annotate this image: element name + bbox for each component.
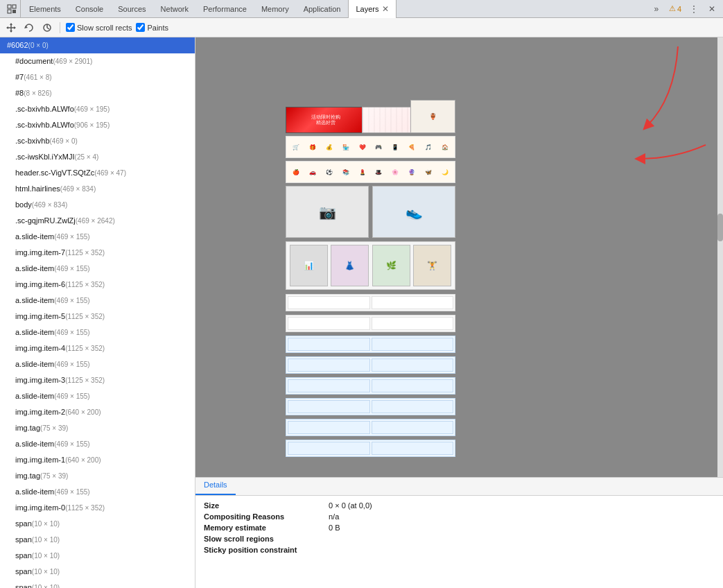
size-value: 0 × 0 (at 0,0) bbox=[329, 501, 372, 510]
layer-item-label: a.slide-item bbox=[15, 392, 54, 400]
layer-item[interactable]: img.img.item-2(640 × 200) bbox=[0, 404, 195, 420]
right-panel: 活动限时抢购精选好货 🏺 🛒🎁💰🏪❤️ 🎮📱🍕🎵🏠 bbox=[195, 37, 723, 588]
layer-item[interactable]: img.img.item-0(1125 × 352) bbox=[0, 500, 195, 516]
scrollbar-thumb[interactable] bbox=[717, 214, 723, 241]
layer-item[interactable]: #7(461 × 8) bbox=[0, 69, 195, 85]
devtools-icon bbox=[3, 0, 21, 18]
layer-item-label: img.img.item-1 bbox=[15, 456, 65, 464]
tab-bar: Elements Console Sources Network Perform… bbox=[0, 0, 723, 18]
layer-item[interactable]: html.hairlines(469 × 834) bbox=[0, 181, 195, 197]
compositing-value: n/a bbox=[329, 512, 339, 521]
layer-item-dim: (469 × 0) bbox=[50, 137, 78, 145]
layer-item[interactable]: a.slide-item(469 × 155) bbox=[0, 436, 195, 452]
memory-row: Memory estimate 0 B bbox=[204, 524, 715, 532]
svg-rect-1 bbox=[12, 5, 16, 8]
paints-checkbox[interactable]: Paints bbox=[136, 23, 168, 32]
layer-item[interactable]: span(10 × 10) bbox=[0, 548, 195, 564]
layer-item-dim: (469 × 155) bbox=[54, 440, 89, 448]
layer-item-dim: (469 × 2642) bbox=[76, 217, 115, 225]
layer-item-dim: (469 × 155) bbox=[54, 392, 89, 400]
layer-item[interactable]: span(10 × 10) bbox=[0, 532, 195, 548]
close-devtools-button[interactable]: ✕ bbox=[704, 1, 720, 17]
toolbar-separator bbox=[60, 22, 60, 33]
tab-performance[interactable]: Performance bbox=[196, 0, 254, 18]
svg-line-11 bbox=[47, 28, 49, 29]
layer-item[interactable]: #document(469 × 2901) bbox=[0, 53, 195, 69]
reset-view-button[interactable] bbox=[40, 21, 54, 35]
layer-item[interactable]: .sc-bxivhb.ALWfo(906 × 195) bbox=[0, 117, 195, 133]
more-tabs-button[interactable]: » bbox=[648, 1, 665, 17]
slow-scroll-rects-checkbox[interactable]: Slow scroll rects bbox=[66, 23, 132, 32]
layer-item[interactable]: img.img.item-4(1125 × 352) bbox=[0, 340, 195, 356]
tab-network[interactable]: Network bbox=[154, 0, 196, 18]
layer-item[interactable]: header.sc-VigVT.SQtZc(469 × 47) bbox=[0, 165, 195, 181]
layer-list[interactable]: #6062(0 × 0)#document(469 × 2901)#7(461 … bbox=[0, 37, 195, 588]
layer-item[interactable]: .sc-gqjmRU.ZwlZj(469 × 2642) bbox=[0, 213, 195, 229]
details-tab[interactable]: Details bbox=[195, 478, 236, 495]
layer-item[interactable]: a.slide-item(469 × 155) bbox=[0, 229, 195, 245]
more-options-button[interactable]: ⋮ bbox=[686, 1, 702, 17]
tab-bar-right: » ⚠ 4 ⋮ ✕ bbox=[648, 1, 720, 17]
slow-scroll-row: Slow scroll regions bbox=[204, 535, 715, 543]
tab-elements[interactable]: Elements bbox=[22, 0, 69, 18]
svg-marker-7 bbox=[14, 26, 16, 29]
layer-item-dim: (10 × 10) bbox=[32, 568, 60, 576]
canvas-scrollbar[interactable] bbox=[717, 37, 723, 477]
memory-value: 0 B bbox=[329, 524, 340, 532]
layer-item-label: img.img.item-5 bbox=[15, 312, 65, 320]
layer-item[interactable]: img.img.item-7(1125 × 352) bbox=[0, 245, 195, 261]
pan-tool-button[interactable] bbox=[4, 21, 18, 35]
layer-item[interactable]: #8(8 × 826) bbox=[0, 85, 195, 101]
layer-item[interactable]: a.slide-item(469 × 155) bbox=[0, 388, 195, 404]
layer-item[interactable]: a.slide-item(469 × 155) bbox=[0, 325, 195, 340]
layer-item-label: #7 bbox=[15, 73, 24, 81]
layer-item-label: a.slide-item bbox=[15, 328, 54, 336]
tab-console[interactable]: Console bbox=[69, 0, 111, 18]
arrow2 bbox=[619, 138, 709, 180]
canvas-area[interactable]: 活动限时抢购精选好货 🏺 🛒🎁💰🏪❤️ 🎮📱🍕🎵🏠 bbox=[195, 37, 723, 477]
layer-item[interactable]: img.img.item-1(640 × 200) bbox=[0, 452, 195, 468]
toolbar: Slow scroll rects Paints bbox=[0, 18, 723, 37]
layer-item[interactable]: #6062(0 × 0) bbox=[0, 37, 195, 53]
memory-label: Memory estimate bbox=[204, 524, 329, 532]
tab-layers[interactable]: Layers ✕ bbox=[348, 0, 396, 18]
svg-marker-6 bbox=[6, 26, 8, 29]
layer-item[interactable]: .sc-bxivhb(469 × 0) bbox=[0, 133, 195, 149]
layer-item-dim: (469 × 155) bbox=[54, 361, 89, 368]
layer-item[interactable]: span(10 × 10) bbox=[0, 564, 195, 580]
layer-item-label: .sc-iwsKbl.iYxMJI bbox=[15, 153, 75, 161]
layer-item[interactable]: span(10 × 10) bbox=[0, 516, 195, 532]
warning-badge[interactable]: ⚠ 4 bbox=[666, 3, 684, 15]
layer-item-label: a.slide-item bbox=[15, 487, 54, 496]
details-content: Size 0 × 0 (at 0,0) Compositing Reasons … bbox=[195, 496, 723, 562]
layer-item-dim: (469 × 2901) bbox=[53, 58, 92, 65]
layer-item[interactable]: a.slide-item(469 × 155) bbox=[0, 484, 195, 500]
close-layers-tab[interactable]: ✕ bbox=[382, 4, 389, 14]
layer-item[interactable]: a.slide-item(469 × 155) bbox=[0, 356, 195, 372]
tab-sources[interactable]: Sources bbox=[111, 0, 153, 18]
layer-item-dim: (1125 × 352) bbox=[65, 377, 105, 384]
layer-item[interactable]: img.img.item-3(1125 × 352) bbox=[0, 372, 195, 388]
layer-item[interactable]: .sc-bxivhb.ALWfo(469 × 195) bbox=[0, 101, 195, 117]
layer-item-label: span bbox=[15, 519, 32, 528]
layer-item-label: a.slide-item bbox=[15, 232, 54, 241]
layer-item-dim: (461 × 8) bbox=[24, 74, 51, 81]
svg-rect-3 bbox=[12, 10, 16, 13]
layer-item[interactable]: .sc-iwsKbl.iYxMJI(25 × 4) bbox=[0, 149, 195, 165]
tab-memory[interactable]: Memory bbox=[254, 0, 297, 18]
layer-item-dim: (1125 × 352) bbox=[65, 313, 105, 320]
layer-item[interactable]: body(469 × 834) bbox=[0, 197, 195, 213]
layer-item[interactable]: span(10 × 10) bbox=[0, 580, 195, 588]
tab-application[interactable]: Application bbox=[297, 0, 349, 18]
layer-item[interactable]: img.img.item-6(1125 × 352) bbox=[0, 277, 195, 293]
tab-bar-left: Elements Console Sources Network Perform… bbox=[3, 0, 397, 18]
layer-item-label: img.img.item-7 bbox=[15, 248, 65, 257]
layer-item[interactable]: img.tag(75 × 39) bbox=[0, 468, 195, 484]
layer-item[interactable]: img.img.item-5(1125 × 352) bbox=[0, 309, 195, 325]
layer-item[interactable]: img.tag(75 × 39) bbox=[0, 420, 195, 436]
layer-item-dim: (640 × 200) bbox=[65, 408, 101, 416]
rotate-tool-button[interactable] bbox=[22, 21, 36, 35]
layer-item[interactable]: a.slide-item(469 × 155) bbox=[0, 293, 195, 309]
layer-item[interactable]: a.slide-item(469 × 155) bbox=[0, 261, 195, 277]
layer-item-dim: (10 × 10) bbox=[32, 520, 60, 528]
